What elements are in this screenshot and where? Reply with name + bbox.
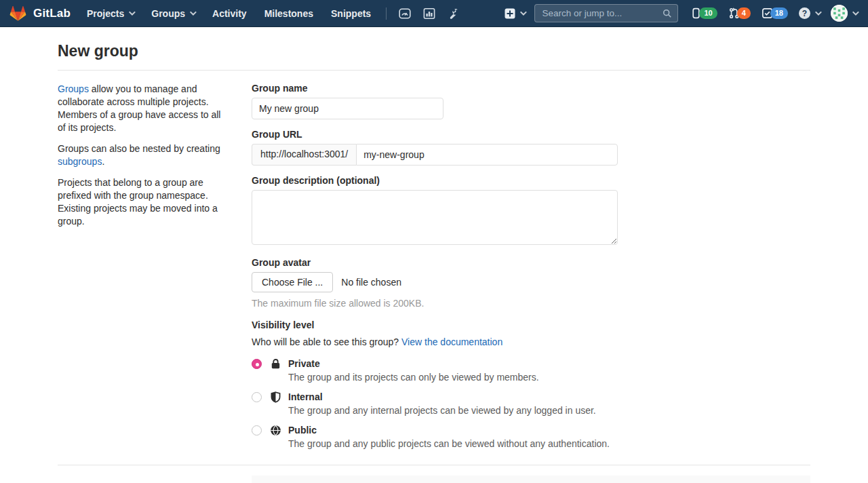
groups-link[interactable]: Groups [58,83,89,94]
gitlab-wordmark: GitLab [33,7,71,20]
internal-option-title: Internal [288,390,596,402]
todos-counter[interactable]: 18 [762,7,788,19]
group-url-prefix: http://localhost:3001/ [252,144,356,166]
group-description-textarea[interactable] [252,190,618,245]
chevron-down-icon [852,9,859,16]
plus-square-icon [505,8,515,19]
form-divider [58,465,810,465]
visibility-option-private: Private The group and its projects can o… [252,357,810,383]
internal-option-desc: The group and any internal projects can … [288,405,596,416]
tanuki-icon [9,5,26,22]
form-actions: Create group Cancel [252,476,810,483]
description-sidebar: Groups allow you to manage and collabora… [58,71,231,457]
subgroups-link[interactable]: subgroups [58,156,102,167]
view-documentation-link[interactable]: View the documentation [401,336,502,347]
avatar [831,5,848,22]
visibility-option-public: Public The group and any public projects… [252,423,810,449]
page-content: New group Groups allow you to manage and… [58,27,810,483]
public-option-title: Public [288,423,610,436]
global-search[interactable] [534,4,678,22]
lock-icon [270,358,281,370]
nav-activity[interactable]: Activity [212,8,247,19]
nav-milestones[interactable]: Milestones [264,8,313,19]
user-menu-button[interactable] [831,5,857,22]
chevron-down-icon [815,9,822,16]
chevron-down-icon [129,9,136,16]
sidebar-paragraph-2: Groups can also be nested by creating su… [58,142,231,168]
todo-count-badge: 18 [770,7,788,18]
private-option-desc: The group and its projects can only be v… [288,372,539,383]
globe-icon [270,425,281,436]
sidebar-paragraph-1: Groups allow you to manage and collabora… [58,83,231,134]
file-chosen-status: No file chosen [341,277,401,288]
chevron-down-icon [520,9,527,16]
group-avatar-label: Group avatar [252,257,810,268]
chevron-down-icon [190,9,197,16]
merge-requests-counter[interactable]: 4 [728,7,751,19]
shield-icon [270,391,281,403]
internal-radio[interactable] [252,392,262,402]
admin-wrench-icon[interactable] [448,7,460,20]
issues-counter[interactable]: 10 [690,7,717,19]
group-name-label: Group name [252,83,810,94]
dashboard-gauge-icon[interactable] [399,7,411,20]
issues-count-badge: 10 [699,7,717,18]
nav-projects[interactable]: Projects [87,8,134,19]
top-navbar: GitLab Projects Groups Activity Mileston… [0,0,868,27]
group-description-label: Group description (optional) [252,175,810,186]
nav-separator [386,7,387,20]
visibility-level-label: Visibility level [252,320,810,330]
page-title: New group [58,42,810,60]
help-menu-button[interactable]: ? [799,7,820,19]
group-url-label: Group URL [252,129,810,140]
nav-groups[interactable]: Groups [151,8,195,19]
search-input[interactable] [542,8,663,18]
visibility-option-internal: Internal The group and any internal proj… [252,390,810,416]
private-radio[interactable] [252,359,262,369]
public-radio[interactable] [252,425,262,436]
new-menu-button[interactable] [505,8,525,19]
sidebar-paragraph-3: Projects that belong to a group are pref… [58,176,231,228]
visibility-question: Who will be able to see this group? View… [252,336,810,347]
avatar-help-text: The maximum file size allowed is 200KB. [252,298,810,309]
group-url-input[interactable] [356,144,618,166]
new-group-form: Group name Group URL http://localhost:30… [252,71,810,457]
mr-count-badge: 4 [737,7,751,18]
private-option-title: Private [288,357,539,369]
public-option-desc: The group and any public projects can be… [288,438,610,449]
choose-file-button[interactable]: Choose File ... [252,272,333,292]
nav-snippets[interactable]: Snippets [331,8,371,19]
gitlab-logo[interactable]: GitLab [9,5,71,22]
help-icon: ? [799,7,810,19]
charts-icon[interactable] [423,7,435,20]
group-name-input[interactable] [252,98,443,119]
search-icon [663,9,672,18]
